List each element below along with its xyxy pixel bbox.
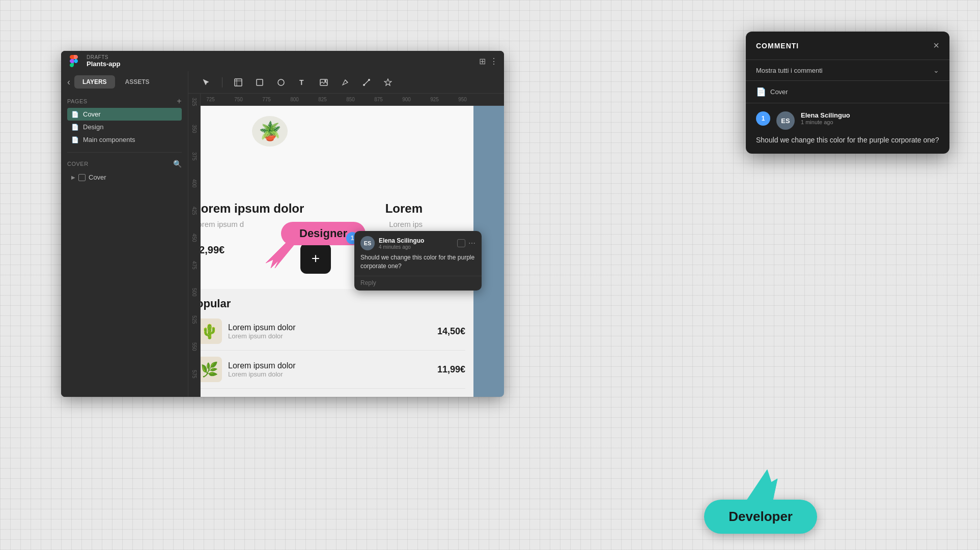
pages-label: PAGES (67, 98, 88, 104)
plant-pot: 🪴 (252, 116, 288, 147)
figma-header-icons: ⊞ ⋮ (479, 56, 498, 66)
bubble-header: ES Elena Scilinguo 4 minutes ago ⋯ (354, 231, 482, 253)
tab-layers[interactable]: LAYERS (74, 75, 115, 89)
add-to-cart-button[interactable]: + (300, 243, 331, 274)
product-row-title-2: Lorem ipsum dolor (228, 361, 431, 370)
ruler-v-350: 350 (191, 125, 197, 152)
ruler-v-475: 475 (191, 261, 197, 288)
bubble-user-info: Elena Scilinguo 4 minutes ago (379, 237, 453, 250)
ruler-mark-850: 850 (337, 97, 365, 102)
bubble-resolve-checkbox[interactable] (457, 239, 465, 247)
bubble-timestamp: 4 minutes ago (379, 244, 453, 250)
comments-file-label: 📄 Cover (746, 81, 949, 103)
product-row-price-1: 14,50€ (437, 326, 465, 337)
page-label-main: Main components (83, 136, 135, 143)
tool-rect[interactable] (252, 75, 267, 90)
ruler-mark-925: 925 (421, 97, 449, 102)
more-icon[interactable]: ⋮ (490, 56, 498, 66)
comments-close-button[interactable]: × (933, 40, 939, 51)
expand-icon: ▶ (71, 175, 75, 180)
bubble-avatar: ES (360, 236, 375, 250)
ruler-mark-825: 825 (309, 97, 337, 102)
ruler-mark-800: 800 (281, 97, 309, 102)
sidebar-divider (67, 152, 182, 153)
comment-bubble: ES Elena Scilinguo 4 minutes ago ⋯ Shoul… (354, 231, 482, 291)
tab-assets[interactable]: ASSETS (117, 75, 158, 89)
tool-plugin[interactable] (380, 75, 396, 90)
ruler-horizontal: 725 750 775 800 825 850 875 900 925 950 (188, 94, 504, 106)
layer-label-cover: Cover (89, 173, 106, 181)
bubble-user-name: Elena Scilinguo (379, 237, 453, 244)
product-desc-2: Lorem ips (389, 220, 423, 228)
filter-chevron-icon: ⌄ (933, 66, 939, 74)
ruler-v-325: 325 (191, 98, 197, 125)
search-layers-icon[interactable]: 🔍 (173, 160, 182, 168)
tool-frame[interactable] (231, 75, 246, 90)
ruler-mark-875: 875 (365, 97, 393, 102)
ruler-vertical: 325 350 375 400 425 450 475 500 525 550 … (188, 94, 201, 397)
tool-image[interactable] (316, 75, 331, 90)
project-name: Plants-app (87, 60, 120, 68)
ruler-mark-750: 750 (225, 97, 253, 102)
product-row-1: 🌵 Lorem ipsum dolor Lorem ipsum dolor 14… (197, 319, 465, 351)
frame-icon (78, 174, 86, 181)
comments-panel-title: COMMENTI (756, 42, 799, 50)
comment-avatar: ES (776, 111, 795, 130)
product-info-2: Lorem ipsum dolor Lorem ipsum dolor (228, 361, 431, 378)
bubble-comment-text: Should we change this color for the purp… (354, 253, 482, 276)
ruler-mark-775: 775 (253, 97, 281, 102)
comment-number-badge: 1 (756, 111, 770, 126)
ruler-mark-950: 950 (449, 97, 477, 102)
layers-label: COVER (67, 161, 89, 167)
product-info-1: Lorem ipsum dolor Lorem ipsum dolor (228, 323, 431, 340)
product-row-title-1: Lorem ipsum dolor (228, 323, 431, 332)
ruler-mark-725: 725 (197, 97, 225, 102)
drafts-label: DRAFTS (87, 54, 120, 60)
page-item-design[interactable]: 📄 Design (67, 121, 182, 133)
comment-timestamp: 1 minute ago (801, 119, 939, 125)
comments-filter[interactable]: Mostra tutti i commenti ⌄ (746, 60, 949, 81)
product-row-price-2: 11,99€ (437, 364, 465, 375)
ruler-v-400: 400 (191, 179, 197, 206)
comment-text: Should we change this color for the purp… (756, 135, 939, 146)
popular-title: opular (197, 297, 465, 310)
bubble-menu-icon[interactable]: ⋯ (468, 239, 475, 247)
figma-sidebar: ‹ LAYERS ASSETS PAGES + 📄 Cover 📄 Design… (61, 71, 188, 397)
add-page-button[interactable]: + (177, 97, 182, 106)
tool-pen[interactable] (338, 75, 353, 90)
popular-section: opular 🌵 Lorem ipsum dolor Lorem ipsum d… (188, 289, 473, 397)
tool-ellipse[interactable] (273, 75, 289, 90)
comments-header: COMMENTI × (746, 32, 949, 60)
svg-point-7 (324, 80, 326, 82)
tool-text[interactable]: T (295, 75, 310, 90)
sidebar-tabs: ‹ LAYERS ASSETS (61, 71, 188, 93)
comments-file-name: Cover (770, 88, 788, 96)
bubble-reply-input[interactable] (360, 279, 475, 286)
page-item-main-components[interactable]: 📄 Main components (67, 133, 182, 146)
figma-toolbar: T (188, 71, 504, 94)
page-icon-main: 📄 (71, 136, 79, 143)
ruler-v-525: 525 (191, 315, 197, 342)
grid-icon[interactable]: ⊞ (479, 56, 486, 66)
svg-point-9 (368, 79, 370, 81)
page-icon-design: 📄 (71, 124, 79, 131)
product-desc-1: Lorem ipsum d (193, 220, 244, 228)
back-button[interactable]: ‹ (67, 77, 70, 88)
page-item-cover[interactable]: 📄 Cover (67, 108, 182, 121)
figma-header: DRAFTS Plants-app ⊞ ⋮ (61, 51, 504, 71)
comments-filter-label: Mostra tutti i commenti (756, 67, 823, 74)
bubble-reply-area (354, 276, 482, 291)
figma-canvas: 🪴 Designer 1 Lorem ipsum dolor Lorem ips… (188, 106, 504, 397)
pages-section: PAGES + 📄 Cover 📄 Design 📄 Main componen… (61, 93, 188, 148)
ruler-v-575: 575 (191, 370, 197, 397)
ruler-v-425: 425 (191, 207, 197, 234)
ruler-v-450: 450 (191, 234, 197, 260)
layer-item-cover[interactable]: ▶ Cover (61, 171, 188, 184)
pink-arrow-cursor (261, 235, 301, 271)
ruler-v-375: 375 (191, 152, 197, 179)
tool-line[interactable] (359, 75, 374, 90)
svg-rect-3 (257, 79, 263, 85)
page-icon-cover: 📄 (71, 111, 79, 118)
ruler-marks: 725 750 775 800 825 850 875 900 925 950 (197, 97, 477, 102)
tool-select[interactable] (199, 75, 214, 90)
